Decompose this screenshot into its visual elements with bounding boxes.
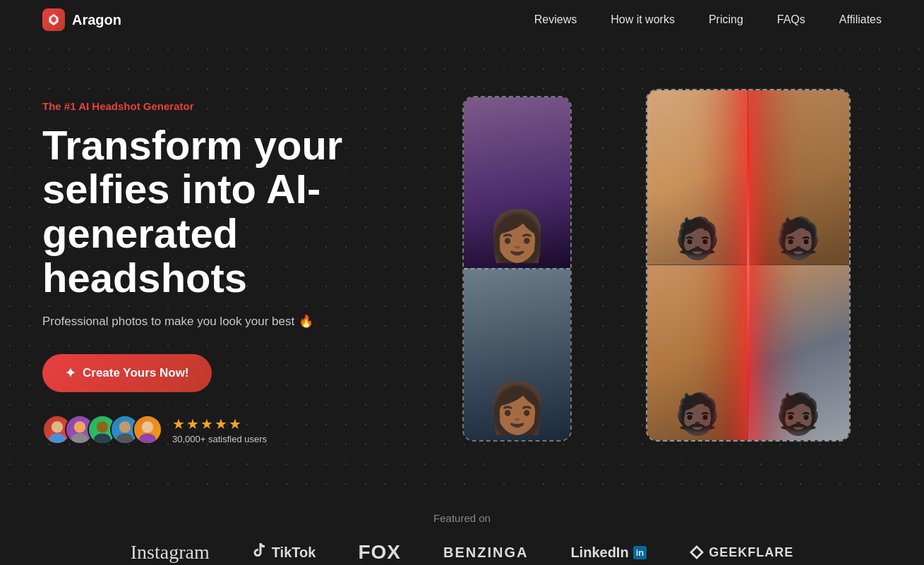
stars: ★★★★★ (172, 415, 267, 432)
image-collage: 🧔🏿 🧔🏿 🧔🏿 🧔🏿 (434, 75, 858, 470)
geekflare-icon (689, 545, 704, 560)
logo[interactable]: Aragon (42, 8, 121, 31)
selfie-phone (462, 96, 572, 442)
nav-faqs[interactable]: FAQs (777, 13, 805, 25)
brand-benzinga: BENZINGA (443, 545, 528, 561)
brand-tiktok: TikTok (252, 542, 316, 562)
headshot-br: 🧔🏿 (748, 265, 849, 440)
hero-section: The #1 AI Headshot Generator Transform y… (0, 40, 924, 491)
nav-reviews[interactable]: Reviews (534, 13, 577, 25)
headshot-tr: 🧔🏿 (748, 90, 849, 265)
svg-point-5 (94, 434, 111, 445)
selfie-bottom (464, 268, 570, 440)
nav-how-it-works[interactable]: How it works (611, 13, 675, 25)
svg-point-9 (139, 434, 156, 445)
brands-row: Instagram TikTok FOX BENZINGA LinkedIn i… (42, 541, 882, 564)
svg-point-6 (119, 421, 131, 432)
linkedin-badge: in (633, 546, 647, 559)
navbar: Aragon Reviews How it works Pricing FAQs… (0, 0, 924, 40)
headshot-tl: 🧔🏿 (647, 90, 748, 265)
brand-instagram: Instagram (131, 541, 210, 564)
proof-text: ★★★★★ 30,000+ satisfied users (172, 415, 267, 444)
avatar-group (42, 415, 162, 444)
svg-point-8 (142, 421, 153, 432)
tiktok-icon (252, 542, 268, 562)
svg-point-3 (71, 434, 88, 445)
selfie-top (464, 97, 570, 268)
hero-title: Transform your selfies into AI-generated… (42, 123, 409, 300)
user-count: 30,000+ satisfied users (172, 434, 267, 444)
cta-label: Create Yours Now! (83, 366, 189, 380)
cta-button[interactable]: ✦ Create Yours Now! (42, 354, 212, 392)
hero-tagline: The #1 AI Headshot Generator (42, 100, 409, 112)
selfie-person-bottom (464, 269, 570, 440)
selfie-person-top (464, 97, 570, 268)
svg-point-0 (52, 421, 63, 432)
social-proof: ★★★★★ 30,000+ satisfied users (42, 415, 409, 444)
svg-point-1 (49, 434, 66, 445)
spark-icon: ✦ (65, 365, 76, 381)
avatar (133, 415, 162, 444)
hero-content: The #1 AI Headshot Generator Transform y… (42, 100, 409, 445)
nav-links: Reviews How it works Pricing FAQs Affili… (534, 13, 882, 26)
headshot-bl: 🧔🏿 (647, 265, 748, 440)
logo-text: Aragon (72, 12, 121, 28)
nav-affiliates[interactable]: Affiliates (839, 13, 882, 25)
hero-visual: 🧔🏿 🧔🏿 🧔🏿 🧔🏿 (409, 68, 882, 477)
svg-point-2 (74, 421, 85, 432)
svg-point-7 (116, 434, 133, 445)
brand-linkedin: LinkedIn in (570, 545, 647, 561)
brand-geekflare: GEEKFLARE (689, 545, 793, 560)
svg-point-4 (97, 421, 108, 432)
logo-icon (42, 8, 65, 31)
featured-label: Featured on (42, 512, 882, 524)
headshot-result: 🧔🏿 🧔🏿 🧔🏿 🧔🏿 (646, 89, 851, 442)
featured-section: Featured on Instagram TikTok FOX BENZING… (0, 491, 924, 565)
brand-fox: FOX (358, 541, 401, 564)
nav-pricing[interactable]: Pricing (709, 13, 743, 25)
hero-subtitle: Professional photos to make you look you… (42, 314, 409, 329)
